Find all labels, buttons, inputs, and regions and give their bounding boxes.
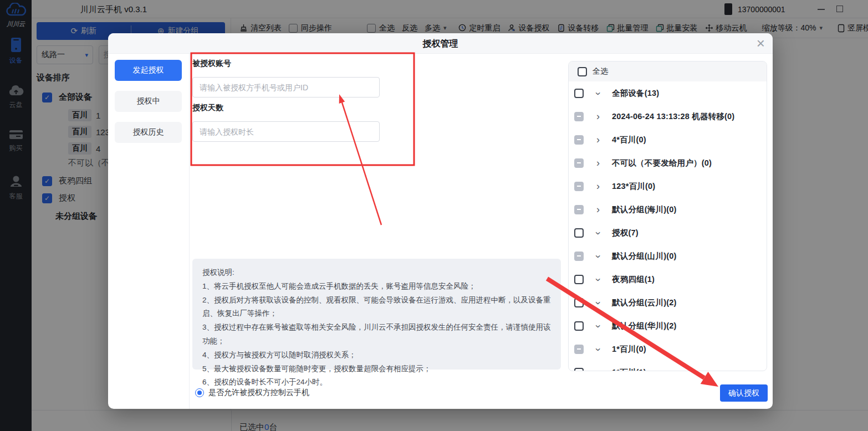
checkbox-icon[interactable] <box>574 135 584 145</box>
tree-row-label: 不可以（不要发给用户）(0) <box>612 158 712 168</box>
allow-control-label: 是否允许被授权方控制云手机 <box>208 388 309 398</box>
chevron-down-icon[interactable]: › <box>594 253 604 260</box>
tab-initiate-auth[interactable]: 发起授权 <box>115 60 182 81</box>
tree-row[interactable]: ›默认分组(云川)(2) <box>569 291 767 314</box>
tree-row[interactable]: ›1*百川(1) <box>569 361 767 371</box>
notice-line: 授权说明: <box>202 266 551 280</box>
tree-row[interactable]: ›2024-06-24 13:13:28 机器转移(0) <box>569 105 767 128</box>
chevron-down-icon[interactable]: › <box>594 346 604 353</box>
modal-header: 授权管理 × <box>108 33 773 54</box>
checkbox-icon[interactable] <box>578 67 587 76</box>
tree-row[interactable]: ›全部设备(13) <box>569 81 767 105</box>
checkbox-icon[interactable] <box>574 89 584 98</box>
tree-row-label: 全部设备(13) <box>612 88 659 99</box>
allow-control-radio[interactable]: 是否允许被授权方控制云手机 <box>195 388 309 398</box>
notice-line: 1、将云手机授权至他人可能会造成云手机数据的丢失，账号盗用等信息安全风险； <box>202 280 551 294</box>
checkbox-icon[interactable] <box>574 158 584 168</box>
account-field-label: 被授权账号 <box>192 59 231 69</box>
confirm-auth-button[interactable]: 确认授权 <box>720 384 768 402</box>
tree-row-label: 默认分组(云川)(2) <box>612 297 677 308</box>
tree-row-label: 授权(7) <box>612 228 639 238</box>
divider <box>189 54 190 409</box>
chevron-down-icon[interactable]: › <box>594 230 604 237</box>
device-tree-panel: 全选 ›全部设备(13) ›2024-06-24 13:13:28 机器转移(0… <box>568 61 767 371</box>
notice-line: 3、授权过程中存在账号被盗取等相关安全风险，川川云不承担因授权发生的任何安全责任… <box>202 321 551 348</box>
tree-row-label: 1*百川(0) <box>612 344 646 355</box>
days-input[interactable] <box>192 121 380 142</box>
tree-row-label: 默认分组(华川)(2) <box>612 321 677 331</box>
checkbox-icon[interactable] <box>574 182 584 191</box>
chevron-right-icon[interactable]: › <box>595 158 601 168</box>
tree-row[interactable]: ›4*百川(0) <box>569 128 767 151</box>
checkbox-icon[interactable] <box>574 205 584 214</box>
tree-row-label: 1*百川(1) <box>612 367 646 372</box>
notice-line: 4、授权方与被授权方可以随时取消授权关系； <box>202 348 551 362</box>
chevron-down-icon[interactable]: › <box>594 323 604 330</box>
app-window: 川川云 设备 云盘 购买 <box>0 0 868 431</box>
tree-row[interactable]: ›默认分组(海川)(0) <box>569 198 767 221</box>
tree-select-all-row[interactable]: 全选 <box>569 61 767 81</box>
checkbox-icon[interactable] <box>574 345 584 354</box>
authorization-notice: 授权说明: 1、将云手机授权至他人可能会造成云手机数据的丢失，账号盗用等信息安全… <box>192 259 561 370</box>
chevron-right-icon[interactable]: › <box>595 181 601 191</box>
modal-title: 授权管理 <box>108 33 773 54</box>
checkbox-icon[interactable] <box>574 252 584 261</box>
checkbox-icon[interactable] <box>574 228 584 238</box>
tree-row[interactable]: ›1*百川(0) <box>569 337 767 361</box>
tab-auth-history[interactable]: 授权历史 <box>115 122 182 143</box>
tree-row[interactable]: ›不可以（不要发给用户）(0) <box>569 151 767 175</box>
tree-row[interactable]: ›夜鸦四组(1) <box>569 268 767 291</box>
tree-row-label: 默认分组(海川)(0) <box>612 204 677 215</box>
tree-row[interactable]: ›授权(7) <box>569 221 767 244</box>
chevron-down-icon[interactable]: › <box>594 276 604 283</box>
checkbox-icon[interactable] <box>574 275 584 284</box>
tree-row-label: 123*百川(0) <box>612 181 655 192</box>
account-input[interactable] <box>192 77 380 98</box>
tree-row[interactable]: ›默认分组(山川)(0) <box>569 244 767 268</box>
notice-line: 2、授权后对方将获取该设备的控制、观看权限、可能会导致设备在运行游戏、应用进程中… <box>202 294 551 321</box>
chevron-right-icon[interactable]: › <box>595 204 601 214</box>
tab-authorizing[interactable]: 授权中 <box>115 91 182 112</box>
tree-row[interactable]: ›默认分组(华川)(2) <box>569 314 767 337</box>
chevron-right-icon[interactable]: › <box>595 135 601 145</box>
checkbox-icon[interactable] <box>574 112 584 121</box>
authorization-modal: 授权管理 × 发起授权 授权中 授权历史 被授权账号 授权天数 授权说明: 1、… <box>108 33 773 409</box>
days-field-label: 授权天数 <box>192 103 223 113</box>
tree-row-label: 4*百川(0) <box>612 135 646 145</box>
chevron-right-icon[interactable]: › <box>595 111 601 121</box>
checkbox-icon[interactable] <box>574 321 584 331</box>
tree-row[interactable]: ›123*百川(0) <box>569 175 767 198</box>
notice-line: 5、最大被授权设备数量可能随时变更，授权数量超限会有相应提示； <box>202 362 551 376</box>
close-icon[interactable]: × <box>757 34 765 53</box>
chevron-down-icon[interactable]: › <box>594 90 604 97</box>
chevron-down-icon[interactable]: › <box>594 300 604 306</box>
tree-row-label: 夜鸦四组(1) <box>612 274 655 285</box>
checkbox-icon[interactable] <box>574 368 584 372</box>
tree-row-label: 默认分组(山川)(0) <box>612 251 677 261</box>
tree-select-all-label: 全选 <box>593 66 608 76</box>
tree-row-label: 2024-06-24 13:13:28 机器转移(0) <box>612 111 734 122</box>
radio-selected-icon[interactable] <box>195 388 204 397</box>
chevron-down-icon[interactable]: › <box>594 370 604 371</box>
checkbox-icon[interactable] <box>574 298 584 307</box>
